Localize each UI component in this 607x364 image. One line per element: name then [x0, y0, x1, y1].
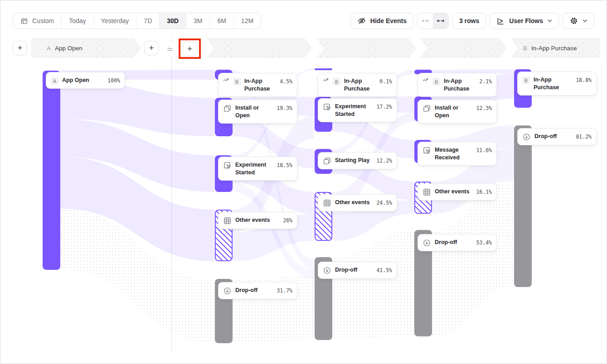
expand-width-button[interactable] — [433, 13, 448, 29]
hide-events-label: Hide Events — [370, 17, 407, 24]
node-percentage: 17.2% — [376, 103, 392, 110]
node-card-in-app-purchase[interactable]: BIn-App Purchase4.5% — [218, 73, 297, 97]
step-badge-b: B — [523, 45, 527, 52]
settings-button[interactable] — [563, 13, 594, 29]
node-card-in-app-purchase[interactable]: BIn-App Purchase2.1% — [418, 73, 497, 97]
flow-bar-app-open[interactable] — [43, 71, 60, 270]
node-label: Drop-off — [235, 287, 273, 294]
step-banner-app-open[interactable]: A App Open — [31, 38, 141, 58]
rows-button[interactable]: 3 rows — [452, 13, 486, 29]
date-range-label: Custom — [32, 17, 54, 24]
grid-icon — [323, 199, 331, 207]
add-step-button-left[interactable]: + — [13, 41, 27, 55]
node-card-drop-off[interactable]: Drop-off41.5% — [318, 262, 397, 279]
squares-icon — [223, 104, 232, 113]
highlight-target-box: + — [179, 38, 201, 59]
node-label: Drop-off — [534, 133, 572, 140]
gear-icon — [569, 16, 578, 25]
date-range-30d[interactable]: 30D — [160, 13, 186, 29]
node-card-other-events[interactable]: Other events24.5% — [318, 194, 397, 211]
node-label: Drop-off — [335, 266, 373, 274]
date-range-selector: CustomTodayYesterday7D30D3M6M12M — [13, 13, 261, 29]
node-card-drop-off[interactable]: Drop-off31.7% — [218, 282, 297, 299]
node-percentage: 26% — [283, 216, 292, 224]
trend-arrow-icon — [422, 77, 429, 82]
collapse-width-button[interactable] — [418, 13, 433, 29]
date-range-yesterday[interactable]: Yesterday — [94, 13, 137, 29]
node-percentage: 19.3% — [277, 104, 292, 111]
node-card-other-events[interactable]: Other events16.1% — [418, 183, 497, 201]
approx-symbol: ≈ — [166, 43, 174, 55]
cursor-click-icon — [223, 161, 232, 170]
node-percentage: 11.6% — [476, 146, 492, 153]
date-range-7d[interactable]: 7D — [136, 13, 160, 29]
node-label: Message Received — [435, 146, 472, 162]
node-label: In-App Purchase — [344, 77, 376, 93]
flow-bar-in-app-purchase[interactable] — [315, 68, 332, 70]
step-banner-empty-2[interactable] — [316, 38, 416, 58]
date-range-3m[interactable]: 3M — [186, 13, 210, 29]
node-label: In-App Purchase — [534, 76, 572, 91]
dropoff-icon — [223, 287, 232, 295]
add-step-button-highlighted[interactable]: + — [183, 42, 197, 56]
node-percentage: 18.8% — [576, 76, 592, 83]
event-badge-b: B — [333, 78, 340, 86]
user-flows-page: CustomTodayYesterday7D30D3M6M12M Hide Ev… — [0, 0, 607, 364]
chevron-down-icon — [583, 19, 588, 23]
node-card-starting-play[interactable]: Starting Play12.2% — [318, 152, 397, 169]
node-card-other-events[interactable]: Other events26% — [218, 212, 297, 229]
date-range-label: Today — [69, 17, 86, 24]
arrows-in-icon — [421, 18, 429, 24]
node-label: Install or Open — [435, 104, 472, 120]
step-label-in-app-purchase: In-App Purchase — [531, 45, 577, 52]
node-card-drop-off[interactable]: Drop-off81.2% — [517, 128, 597, 145]
node-percentage: 16.1% — [476, 188, 492, 195]
step-banner-in-app-purchase[interactable]: B In-App Purchase — [510, 38, 600, 58]
step-banner-empty-1[interactable] — [207, 38, 312, 58]
date-range-custom[interactable]: Custom — [13, 13, 62, 29]
node-card-app-open[interactable]: AApp Open100% — [46, 72, 125, 89]
event-badge-b: B — [522, 77, 530, 84]
step-banner-empty-3[interactable] — [420, 38, 507, 58]
add-step-button-mid[interactable]: + — [144, 41, 159, 55]
node-card-install-or-open[interactable]: Install or Open12.3% — [418, 100, 497, 124]
node-percentage: 31.7% — [277, 287, 292, 294]
node-card-experiment-started[interactable]: Experiment Started17.2% — [318, 98, 397, 122]
node-percentage: 81.2% — [576, 133, 592, 140]
dropoff-icon — [422, 239, 431, 247]
dropoff-icon — [522, 133, 531, 141]
calendar-icon — [20, 17, 28, 25]
node-label: Other events — [235, 216, 279, 224]
node-card-drop-off[interactable]: Drop-off53.4% — [418, 234, 497, 251]
node-label: Experiment Started — [235, 161, 273, 177]
node-card-message-received[interactable]: Message Received11.6% — [418, 142, 497, 166]
event-badge-a: A — [51, 77, 58, 85]
node-percentage: 100% — [107, 77, 120, 84]
node-card-experiment-started[interactable]: Experiment Started18.5% — [218, 157, 297, 181]
step-badge-a: A — [47, 45, 51, 52]
node-label: Other events — [435, 188, 472, 196]
node-label: In-App Purchase — [444, 77, 476, 93]
date-range-12m[interactable]: 12M — [234, 13, 261, 29]
node-label: Drop-off — [435, 239, 472, 246]
node-percentage: 4.5% — [280, 77, 292, 85]
eye-off-icon — [357, 16, 366, 25]
trend-arrow-icon — [223, 77, 229, 82]
node-card-install-or-open[interactable]: Install or Open19.3% — [218, 100, 297, 124]
date-range-6m[interactable]: 6M — [210, 13, 233, 29]
view-selector-button[interactable]: User Flows — [490, 13, 559, 29]
rows-label: 3 rows — [459, 17, 479, 24]
grid-icon — [422, 188, 431, 196]
hide-events-button[interactable]: Hide Events — [350, 13, 413, 29]
arrows-out-icon — [437, 18, 445, 24]
flow-bar-drop-off[interactable] — [514, 125, 532, 287]
dropoff-icon — [323, 266, 331, 275]
date-range-today[interactable]: Today — [62, 13, 93, 29]
date-range-label: 12M — [241, 17, 253, 24]
node-card-in-app-purchase[interactable]: BIn-App Purchase0.1% — [318, 73, 397, 97]
node-card-in-app-purchase[interactable]: BIn-App Purchase18.8% — [517, 72, 597, 96]
step-label-app-open: App Open — [55, 45, 83, 52]
date-range-label: Yesterday — [101, 17, 129, 24]
cursor-click-icon — [422, 146, 431, 155]
flows-chart-icon — [496, 17, 505, 25]
